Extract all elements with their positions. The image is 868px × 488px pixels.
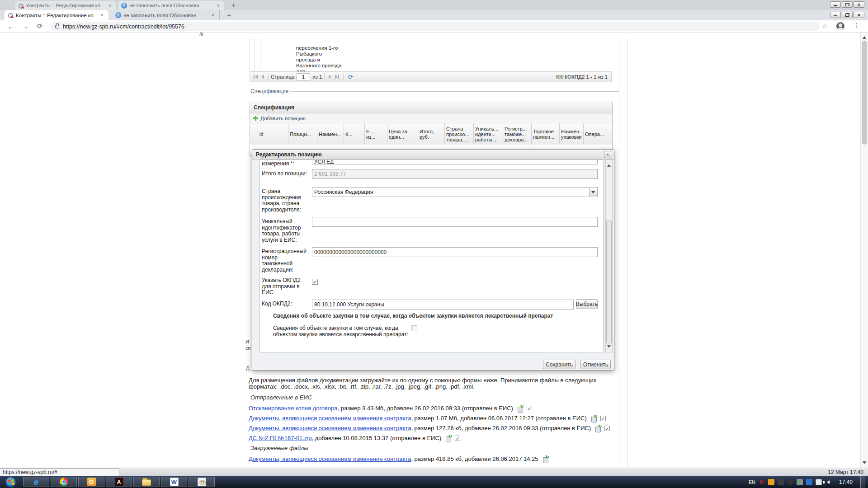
unit-input[interactable]: УСЛ ЕД bbox=[312, 160, 598, 164]
column-header-trade-name[interactable]: Торговое наимен... bbox=[532, 123, 560, 145]
column-header-price[interactable]: Цена за един... bbox=[387, 123, 418, 145]
kaspersky-icon[interactable]: K bbox=[759, 479, 765, 485]
refresh-icon[interactable] bbox=[348, 73, 353, 80]
tab-question[interactable]: не заполнить поля:Обоснован bbox=[112, 10, 220, 20]
show-desktop-button[interactable] bbox=[860, 476, 865, 488]
last-page-icon[interactable] bbox=[335, 75, 339, 79]
sent-checkbox[interactable] bbox=[527, 406, 532, 411]
tab-contracts-active[interactable]: Контракты :: Редактирование ко bbox=[5, 10, 108, 20]
delete-file-icon[interactable] bbox=[542, 455, 549, 463]
close-icon[interactable] bbox=[210, 12, 216, 19]
back-icon[interactable]: ← bbox=[6, 22, 15, 31]
column-header-qty[interactable]: К... bbox=[344, 123, 365, 145]
tray-window-icon[interactable] bbox=[816, 479, 822, 485]
column-header-total[interactable]: Итого, руб. bbox=[418, 123, 445, 145]
reload-icon[interactable]: ⟳ bbox=[35, 22, 44, 31]
close-icon[interactable] bbox=[107, 2, 113, 9]
save-button[interactable]: Сохранить bbox=[543, 360, 576, 369]
page-number-input[interactable] bbox=[297, 73, 310, 80]
column-header-name[interactable]: Наимен... bbox=[317, 123, 344, 145]
tray-display-icon[interactable] bbox=[778, 479, 784, 485]
document-meta: , размер 1.07 Мб, добавлен 06.06.2017 12… bbox=[411, 415, 586, 422]
dialog-scrollbar[interactable] bbox=[605, 160, 613, 352]
column-header-operations[interactable]: Опера... bbox=[584, 123, 605, 145]
scrollbar-thumb[interactable] bbox=[862, 41, 867, 145]
add-position-button[interactable]: Добавить позицию bbox=[250, 113, 612, 123]
column-header-id[interactable]: id bbox=[258, 123, 288, 145]
volume-icon[interactable] bbox=[825, 480, 830, 484]
cancel-button[interactable]: Отменить bbox=[580, 360, 611, 369]
language-indicator[interactable]: EN bbox=[749, 479, 755, 485]
restore-button[interactable] bbox=[842, 1, 853, 8]
scroll-down-icon[interactable] bbox=[863, 461, 866, 466]
next-page-icon[interactable] bbox=[329, 75, 331, 79]
scroll-up-icon[interactable] bbox=[607, 162, 611, 167]
address-bar[interactable]: https://new.gz-spb.ru/#cm/contract/edit/… bbox=[51, 22, 819, 31]
tray-orange-icon[interactable] bbox=[768, 479, 774, 485]
sent-checkbox[interactable] bbox=[604, 426, 610, 431]
delete-file-icon[interactable] bbox=[594, 425, 601, 432]
tray-network-icon[interactable] bbox=[787, 479, 793, 485]
bookmark-star-icon[interactable] bbox=[822, 22, 828, 29]
url-text[interactable]: https://new.gz-spb.ru/#cm/contract/edit/… bbox=[63, 23, 184, 30]
close-button[interactable] bbox=[854, 12, 864, 18]
uid-input[interactable] bbox=[312, 217, 598, 227]
delete-file-icon[interactable] bbox=[517, 405, 524, 412]
chrome-icon bbox=[60, 478, 68, 486]
bg-tab-contracts[interactable]: Контракты :: Редактирование ко bbox=[15, 1, 116, 10]
close-icon[interactable] bbox=[215, 2, 222, 9]
taskbar-item-word[interactable]: W bbox=[161, 477, 187, 487]
taskbar-item-chrome[interactable] bbox=[51, 477, 77, 487]
taskbar-item-internet-explorer[interactable]: e bbox=[23, 477, 49, 487]
okpd-flag-checkbox[interactable] bbox=[312, 279, 318, 285]
document-link[interactable]: Документы, являющиеся основанием изменен… bbox=[249, 455, 411, 463]
column-header-customs[interactable]: Регистр... таможе... деклара... bbox=[503, 123, 532, 145]
customs-reg-input[interactable]: 000000000000000000000000 bbox=[312, 247, 598, 257]
column-header-position[interactable]: Позици... bbox=[288, 123, 317, 145]
column-header-packaging[interactable]: Наимен... упаковки bbox=[560, 123, 584, 145]
new-tab-button[interactable] bbox=[230, 1, 237, 9]
scroll-down-icon[interactable] bbox=[607, 345, 611, 350]
minimize-button[interactable] bbox=[830, 1, 841, 8]
tray-usb-icon[interactable] bbox=[797, 479, 803, 485]
browser-menu-icon[interactable] bbox=[854, 22, 859, 28]
prev-page-icon[interactable] bbox=[261, 75, 264, 79]
column-header-uid[interactable]: Уникаль... иденти... работы ... bbox=[474, 123, 503, 145]
profile-avatar[interactable] bbox=[836, 22, 844, 30]
document-link[interactable]: Документы, являющиеся основанием изменен… bbox=[249, 425, 411, 432]
fieldset-border bbox=[244, 369, 251, 369]
chevron-down-icon[interactable] bbox=[589, 188, 597, 196]
document-link[interactable]: ДС №2 ГК №167-01.zip bbox=[249, 435, 311, 442]
forward-icon[interactable]: → bbox=[21, 22, 30, 31]
document-link[interactable]: Документы, являющиеся основанием изменен… bbox=[249, 415, 411, 422]
new-tab-button[interactable] bbox=[225, 11, 233, 19]
lock-icon[interactable] bbox=[55, 25, 59, 28]
restore-button[interactable] bbox=[842, 12, 853, 18]
scrollbar-thumb[interactable] bbox=[606, 221, 612, 343]
taskbar-item-outlook[interactable]: O bbox=[78, 477, 104, 487]
okpd-code-input[interactable]: 80.10.12.000 Услуги охраны bbox=[312, 300, 574, 310]
sent-checkbox[interactable] bbox=[455, 436, 460, 441]
start-button[interactable] bbox=[0, 476, 22, 488]
tray-monitor-icon[interactable] bbox=[806, 479, 812, 485]
minimize-button[interactable] bbox=[830, 12, 841, 18]
sent-checkbox[interactable] bbox=[600, 416, 606, 421]
delete-file-icon[interactable] bbox=[590, 415, 597, 422]
taskbar-item-acrobat[interactable]: A bbox=[106, 477, 132, 487]
taskbar-item-explorer[interactable] bbox=[133, 477, 160, 487]
dialog-close-button[interactable] bbox=[604, 151, 611, 158]
document-link[interactable]: Отсканированая копия договора bbox=[249, 405, 338, 412]
column-header-unit[interactable]: Е... из... bbox=[365, 123, 387, 145]
taskbar-item-paint[interactable] bbox=[189, 477, 215, 487]
bg-tab-question[interactable]: не заполнить поля:Обоснован bbox=[118, 1, 224, 10]
choose-okpd-button[interactable]: Выбрать bbox=[576, 299, 598, 309]
drug-checkbox[interactable] bbox=[411, 325, 417, 331]
page-scrollbar[interactable] bbox=[860, 33, 868, 468]
delete-file-icon[interactable] bbox=[445, 435, 452, 442]
country-select[interactable]: Российская Федерация bbox=[312, 187, 598, 197]
scroll-up-icon[interactable] bbox=[863, 34, 866, 39]
first-page-icon[interactable] bbox=[254, 75, 258, 79]
close-button[interactable] bbox=[854, 1, 864, 8]
close-icon[interactable] bbox=[99, 12, 105, 19]
column-header-country[interactable]: Страна происхо... товара, ... bbox=[445, 123, 474, 145]
